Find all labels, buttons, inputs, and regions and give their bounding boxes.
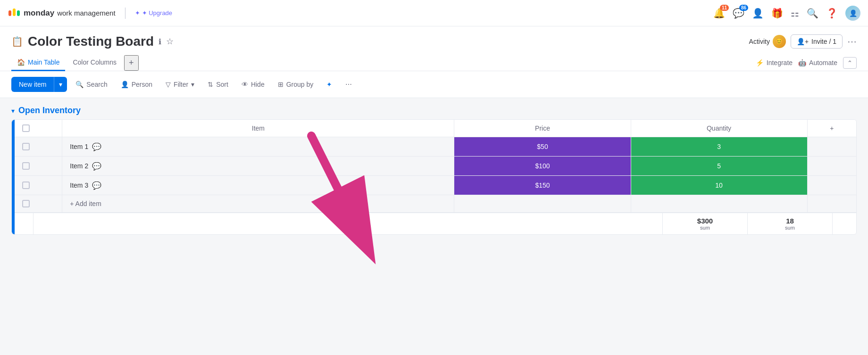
tab-main-table[interactable]: 🏠 Main Table [11,55,65,71]
apps-button[interactable]: ⚏ [791,8,799,19]
header-price: Price [454,120,631,137]
ai-button[interactable]: ✦ [322,78,337,91]
help-button[interactable]: ❓ [826,8,838,19]
add-item-qty-cell [631,195,807,213]
group-by-icon: ⊞ [278,81,284,88]
group-header: ▾ Open Inventory [11,106,857,116]
sum-footer-item [33,213,663,234]
row1-qty-value: 3 [631,137,807,156]
activity-button[interactable]: Activity 😊 [749,35,786,48]
question-icon: ❓ [826,8,838,19]
filter-button[interactable]: ▽ Filter ▾ [161,78,199,91]
add-column-icon[interactable]: + [830,124,834,132]
add-item-cell[interactable]: + Add item [62,195,454,213]
row2-qty-cell[interactable]: 5 [631,157,807,176]
more-toolbar-button[interactable]: ⋯ [341,78,357,91]
add-item-price-cell [454,195,631,213]
tabs-row: 🏠 Main Table Color Columns + ⚡ Integrate… [11,55,857,71]
invite-button[interactable]: 👤+ Invite / 1 [791,34,843,49]
invite-people-button[interactable]: 👤 [752,8,764,19]
svg-rect-0 [8,10,11,16]
activity-label: Activity [749,38,770,45]
row1-chat-icon-button[interactable]: 💬 [92,142,101,151]
topbar: monday work management ✦ ✦ Upgrade 🔔 11 … [0,0,868,26]
row2-chat-icon-button[interactable]: 💬 [92,162,101,171]
chat-icon: 💬 [92,182,101,190]
header-checkbox-cell [15,120,62,137]
row3-item-cell: Item 3 💬 [62,176,454,195]
row2-checkbox[interactable] [22,162,30,170]
sum-qty-label: sum [751,225,828,231]
table-inner: Item Price Quantity + [15,120,856,234]
more-dots-icon: ⋯ [847,36,857,47]
more-toolbar-icon: ⋯ [345,81,352,88]
row3-qty-value: 10 [631,176,807,195]
group-by-button[interactable]: ⊞ Group by [273,78,318,91]
sum-footer-qty: 18 sum [748,213,833,234]
add-item-checkbox-cell [15,195,62,213]
table-row: Item 3 💬 $150 10 [15,176,856,195]
topbar-icons: 🔔 11 💬 86 👤 🎁 ⚏ 🔍 ❓ 👤 [713,6,860,21]
sort-button[interactable]: ⇅ Sort [203,78,233,91]
row1-add-cell [807,137,856,157]
automate-button[interactable]: 🤖 Automate [798,59,837,66]
row2-price-value: $100 [454,157,630,175]
add-item-checkbox[interactable] [22,200,30,207]
user-avatar[interactable]: 👤 [845,6,860,21]
row3-chat-icon-button[interactable]: 💬 [92,181,101,190]
gift-button[interactable]: 🎁 [771,8,783,19]
header-quantity: Quantity [631,120,807,137]
row1-qty-cell[interactable]: 3 [631,137,807,157]
main-table: Item Price Quantity + [15,120,856,212]
row2-item-cell: Item 2 💬 [62,157,454,176]
group-chevron-icon[interactable]: ▾ [11,107,15,115]
new-item-button[interactable]: New item ▾ [11,77,67,92]
board-star-button[interactable]: ☆ [166,36,174,47]
row1-price-cell[interactable]: $50 [454,137,631,157]
filter-label: Filter [174,81,188,88]
inbox-button[interactable]: 💬 86 [733,8,744,19]
filter-dropdown-icon: ▾ [191,81,194,88]
add-item-row[interactable]: + Add item [15,195,856,213]
add-tab-button[interactable]: + [124,55,139,71]
row2-qty-value: 5 [631,157,807,175]
notifications-button[interactable]: 🔔 11 [713,8,725,19]
add-item-add-cell [807,195,856,213]
row1-checkbox-cell [15,137,62,157]
person-add-invite-icon: 👤+ [797,38,809,45]
collapse-button[interactable]: ⌃ [843,57,857,69]
board-info-button[interactable]: ℹ [159,37,161,46]
row3-price-value: $150 [454,176,630,195]
search-toolbar-button[interactable]: 🔍 Search [71,78,112,91]
header-checkbox[interactable] [22,124,30,132]
add-tab-icon: + [129,58,134,67]
row3-price-cell[interactable]: $150 [454,176,631,195]
row2-price-cell[interactable]: $100 [454,157,631,176]
header-add-col[interactable]: + [807,120,856,137]
board-more-button[interactable]: ⋯ [847,36,857,47]
monday-logo-icon [8,7,21,20]
table-header-row: Item Price Quantity + [15,120,856,137]
row2-checkbox-cell [15,157,62,176]
sum-footer-checkbox [15,213,33,234]
upgrade-button[interactable]: ✦ ✦ Upgrade [135,9,172,17]
hide-button[interactable]: 👁 Hide [237,78,269,91]
integrate-button[interactable]: ⚡ Integrate [756,59,793,66]
upgrade-icon: ✦ [135,9,140,17]
brand-logo: monday work management [8,7,116,20]
row3-qty-cell[interactable]: 10 [631,176,807,195]
toolbar: New item ▾ 🔍 Search 👤 Person ▽ Filter ▾ … [0,71,868,98]
table-container: Item Price Quantity + [11,119,857,235]
table-row: Item 2 💬 $100 5 [15,157,856,176]
row1-checkbox[interactable] [22,143,30,150]
integrate-icon: ⚡ [756,59,764,66]
person-filter-button[interactable]: 👤 Person [116,78,157,91]
automate-icon: 🤖 [798,59,806,66]
new-item-dropdown-arrow[interactable]: ▾ [54,77,67,92]
row3-add-cell [807,176,856,195]
tab-color-columns[interactable]: Color Columns [67,55,122,71]
row2-item-name: Item 2 [70,162,88,170]
sum-price-value: $300 [667,217,743,225]
search-button[interactable]: 🔍 [807,8,818,19]
row3-checkbox[interactable] [22,182,30,189]
